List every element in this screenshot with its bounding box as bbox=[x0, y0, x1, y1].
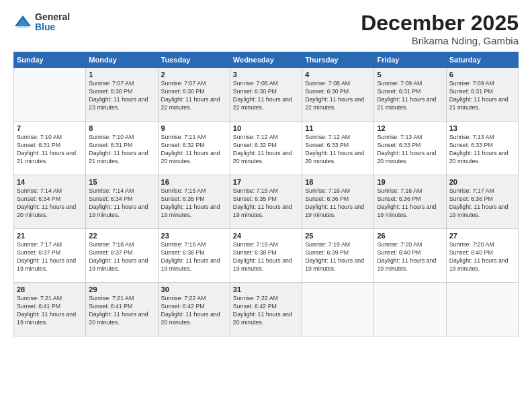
table-row: 20Sunrise: 7:17 AMSunset: 6:36 PMDayligh… bbox=[446, 175, 518, 229]
cell-sun-info: Sunrise: 7:15 AMSunset: 6:35 PMDaylight:… bbox=[161, 187, 227, 220]
title-month: December 2025 bbox=[361, 12, 519, 34]
logo-blue-label: Blue bbox=[35, 22, 70, 32]
table-row: 3Sunrise: 7:08 AMSunset: 6:30 PMDaylight… bbox=[230, 68, 302, 122]
cell-day-number: 6 bbox=[449, 71, 515, 79]
table-row: 16Sunrise: 7:15 AMSunset: 6:35 PMDayligh… bbox=[158, 175, 230, 229]
cell-day-number: 30 bbox=[161, 285, 227, 293]
cell-sun-info: Sunrise: 7:16 AMSunset: 6:36 PMDaylight:… bbox=[305, 187, 371, 220]
cell-day-number: 9 bbox=[161, 124, 227, 132]
title-block: December 2025 Brikama Nding, Gambia bbox=[361, 12, 519, 46]
table-row: 31Sunrise: 7:22 AMSunset: 6:42 PMDayligh… bbox=[230, 283, 302, 336]
cell-day-number: 17 bbox=[233, 178, 299, 186]
cell-day-number: 11 bbox=[305, 124, 371, 132]
cell-day-number: 27 bbox=[449, 232, 515, 240]
cell-sun-info: Sunrise: 7:13 AMSunset: 6:33 PMDaylight:… bbox=[377, 134, 443, 166]
cell-day-number: 26 bbox=[377, 232, 443, 240]
cell-day-number: 31 bbox=[233, 285, 299, 293]
cell-sun-info: Sunrise: 7:21 AMSunset: 6:41 PMDaylight:… bbox=[17, 295, 83, 327]
table-row: 22Sunrise: 7:18 AMSunset: 6:37 PMDayligh… bbox=[86, 229, 158, 283]
table-row: 12Sunrise: 7:13 AMSunset: 6:33 PMDayligh… bbox=[374, 122, 446, 175]
cell-sun-info: Sunrise: 7:11 AMSunset: 6:32 PMDaylight:… bbox=[161, 134, 227, 166]
calendar-week-row: 21Sunrise: 7:17 AMSunset: 6:37 PMDayligh… bbox=[14, 229, 519, 283]
cell-sun-info: Sunrise: 7:09 AMSunset: 6:31 PMDaylight:… bbox=[449, 80, 515, 112]
cell-sun-info: Sunrise: 7:08 AMSunset: 6:30 PMDaylight:… bbox=[305, 80, 371, 112]
cell-sun-info: Sunrise: 7:22 AMSunset: 6:42 PMDaylight:… bbox=[161, 295, 227, 327]
cell-day-number: 7 bbox=[17, 124, 83, 132]
cell-day-number: 19 bbox=[377, 178, 443, 186]
cell-sun-info: Sunrise: 7:09 AMSunset: 6:31 PMDaylight:… bbox=[377, 80, 443, 112]
cell-sun-info: Sunrise: 7:14 AMSunset: 6:34 PMDaylight:… bbox=[89, 187, 154, 220]
table-row: 2Sunrise: 7:07 AMSunset: 6:30 PMDaylight… bbox=[158, 68, 230, 122]
cell-sun-info: Sunrise: 7:17 AMSunset: 6:37 PMDaylight:… bbox=[17, 241, 83, 273]
cell-sun-info: Sunrise: 7:22 AMSunset: 6:42 PMDaylight:… bbox=[233, 295, 299, 327]
cell-sun-info: Sunrise: 7:12 AMSunset: 6:33 PMDaylight:… bbox=[305, 134, 371, 166]
table-row: 15Sunrise: 7:14 AMSunset: 6:34 PMDayligh… bbox=[86, 175, 158, 229]
table-row: 18Sunrise: 7:16 AMSunset: 6:36 PMDayligh… bbox=[302, 175, 374, 229]
cell-sun-info: Sunrise: 7:14 AMSunset: 6:34 PMDaylight:… bbox=[17, 187, 83, 220]
logo-text: General Blue bbox=[35, 12, 70, 33]
col-wednesday: Wednesday bbox=[230, 52, 302, 68]
calendar-week-row: 7Sunrise: 7:10 AMSunset: 6:31 PMDaylight… bbox=[14, 122, 519, 175]
table-row: 9Sunrise: 7:11 AMSunset: 6:32 PMDaylight… bbox=[158, 122, 230, 175]
table-row: 7Sunrise: 7:10 AMSunset: 6:31 PMDaylight… bbox=[14, 122, 86, 175]
cell-day-number: 16 bbox=[161, 178, 227, 186]
cell-sun-info: Sunrise: 7:10 AMSunset: 6:31 PMDaylight:… bbox=[89, 134, 154, 166]
cell-sun-info: Sunrise: 7:20 AMSunset: 6:40 PMDaylight:… bbox=[449, 241, 515, 273]
table-row: 17Sunrise: 7:15 AMSunset: 6:35 PMDayligh… bbox=[230, 175, 302, 229]
table-row: 19Sunrise: 7:16 AMSunset: 6:36 PMDayligh… bbox=[374, 175, 446, 229]
cell-sun-info: Sunrise: 7:19 AMSunset: 6:38 PMDaylight:… bbox=[233, 241, 299, 273]
header: General Blue December 2025 Brikama Nding… bbox=[13, 12, 519, 46]
cell-sun-info: Sunrise: 7:19 AMSunset: 6:39 PMDaylight:… bbox=[305, 241, 371, 273]
page: General Blue December 2025 Brikama Nding… bbox=[0, 0, 532, 411]
cell-day-number: 21 bbox=[17, 232, 83, 240]
cell-day-number: 20 bbox=[449, 178, 515, 186]
table-row: 4Sunrise: 7:08 AMSunset: 6:30 PMDaylight… bbox=[302, 68, 374, 122]
calendar-table: Sunday Monday Tuesday Wednesday Thursday… bbox=[13, 52, 519, 336]
calendar-week-row: 14Sunrise: 7:14 AMSunset: 6:34 PMDayligh… bbox=[14, 175, 519, 229]
cell-day-number: 2 bbox=[161, 71, 227, 79]
table-row bbox=[446, 283, 518, 336]
col-monday: Monday bbox=[86, 52, 158, 68]
cell-day-number: 29 bbox=[89, 285, 154, 293]
cell-sun-info: Sunrise: 7:08 AMSunset: 6:30 PMDaylight:… bbox=[233, 80, 299, 112]
col-sunday: Sunday bbox=[14, 52, 86, 68]
table-row: 21Sunrise: 7:17 AMSunset: 6:37 PMDayligh… bbox=[14, 229, 86, 283]
table-row: 14Sunrise: 7:14 AMSunset: 6:34 PMDayligh… bbox=[14, 175, 86, 229]
cell-day-number: 12 bbox=[377, 124, 443, 132]
table-row: 28Sunrise: 7:21 AMSunset: 6:41 PMDayligh… bbox=[14, 283, 86, 336]
table-row: 27Sunrise: 7:20 AMSunset: 6:40 PMDayligh… bbox=[446, 229, 518, 283]
cell-sun-info: Sunrise: 7:15 AMSunset: 6:35 PMDaylight:… bbox=[233, 187, 299, 220]
cell-day-number: 1 bbox=[89, 71, 154, 79]
table-row: 5Sunrise: 7:09 AMSunset: 6:31 PMDaylight… bbox=[374, 68, 446, 122]
cell-sun-info: Sunrise: 7:12 AMSunset: 6:32 PMDaylight:… bbox=[233, 134, 299, 166]
cell-day-number: 8 bbox=[89, 124, 154, 132]
cell-day-number: 23 bbox=[161, 232, 227, 240]
table-row: 6Sunrise: 7:09 AMSunset: 6:31 PMDaylight… bbox=[446, 68, 518, 122]
cell-day-number: 28 bbox=[17, 285, 83, 293]
table-row bbox=[302, 283, 374, 336]
table-row: 10Sunrise: 7:12 AMSunset: 6:32 PMDayligh… bbox=[230, 122, 302, 175]
cell-day-number: 10 bbox=[233, 124, 299, 132]
table-row: 24Sunrise: 7:19 AMSunset: 6:38 PMDayligh… bbox=[230, 229, 302, 283]
cell-day-number: 24 bbox=[233, 232, 299, 240]
table-row bbox=[14, 68, 86, 122]
cell-day-number: 5 bbox=[377, 71, 443, 79]
cell-sun-info: Sunrise: 7:20 AMSunset: 6:40 PMDaylight:… bbox=[377, 241, 443, 273]
table-row: 8Sunrise: 7:10 AMSunset: 6:31 PMDaylight… bbox=[86, 122, 158, 175]
logo: General Blue bbox=[13, 12, 70, 33]
title-location: Brikama Nding, Gambia bbox=[361, 35, 519, 46]
cell-day-number: 18 bbox=[305, 178, 371, 186]
col-thursday: Thursday bbox=[302, 52, 374, 68]
table-row: 26Sunrise: 7:20 AMSunset: 6:40 PMDayligh… bbox=[374, 229, 446, 283]
cell-sun-info: Sunrise: 7:16 AMSunset: 6:36 PMDaylight:… bbox=[377, 187, 443, 220]
table-row: 13Sunrise: 7:13 AMSunset: 6:33 PMDayligh… bbox=[446, 122, 518, 175]
col-friday: Friday bbox=[374, 52, 446, 68]
cell-day-number: 25 bbox=[305, 232, 371, 240]
col-saturday: Saturday bbox=[446, 52, 518, 68]
cell-sun-info: Sunrise: 7:18 AMSunset: 6:37 PMDaylight:… bbox=[89, 241, 154, 273]
calendar-header-row: Sunday Monday Tuesday Wednesday Thursday… bbox=[14, 52, 519, 68]
calendar-week-row: 1Sunrise: 7:07 AMSunset: 6:30 PMDaylight… bbox=[14, 68, 519, 122]
table-row: 29Sunrise: 7:21 AMSunset: 6:41 PMDayligh… bbox=[86, 283, 158, 336]
cell-day-number: 22 bbox=[89, 232, 154, 240]
table-row: 23Sunrise: 7:18 AMSunset: 6:38 PMDayligh… bbox=[158, 229, 230, 283]
